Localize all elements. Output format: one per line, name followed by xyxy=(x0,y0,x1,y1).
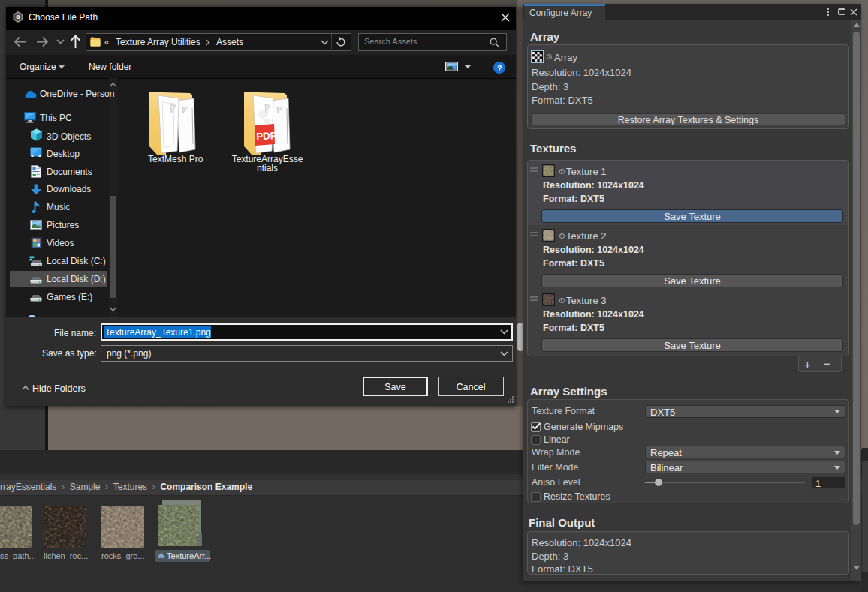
svg-text:PDF: PDF xyxy=(256,130,277,142)
